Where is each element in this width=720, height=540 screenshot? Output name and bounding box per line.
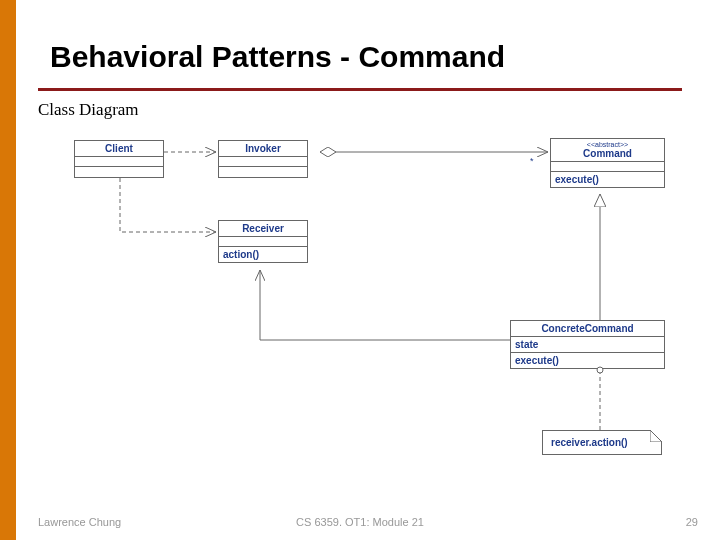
class-receiver-op: action() (219, 247, 307, 262)
title-underline (38, 88, 682, 91)
class-invoker-attrs (219, 157, 307, 167)
class-client-name: Client (75, 141, 163, 157)
class-invoker-ops (219, 167, 307, 177)
connectors: Command aggregation --> Receiver associa… (0, 0, 720, 540)
class-concrete: ConcreteCommand state execute() (510, 320, 665, 369)
class-concrete-name: ConcreteCommand (511, 321, 664, 337)
note-receiver-action: receiver.action() (542, 430, 662, 455)
class-concrete-op: execute() (511, 353, 664, 368)
class-receiver: Receiver action() (218, 220, 308, 263)
slide-subtitle: Class Diagram (38, 100, 139, 120)
class-concrete-attr: state (511, 337, 664, 353)
class-receiver-name: Receiver (219, 221, 307, 237)
class-client: Client (74, 140, 164, 178)
class-command-attrs (551, 162, 664, 172)
accent-sidebar (0, 0, 16, 540)
class-command: <<abstract>> Command execute() (550, 138, 665, 188)
class-command-head: <<abstract>> Command (551, 139, 664, 162)
note-text: receiver.action() (551, 437, 628, 448)
class-client-attrs (75, 157, 163, 167)
class-invoker: Invoker (218, 140, 308, 178)
footer-page: 29 (686, 516, 698, 528)
class-command-op: execute() (551, 172, 664, 187)
slide-title: Behavioral Patterns - Command (50, 40, 505, 74)
class-command-name: Command (583, 148, 632, 159)
class-receiver-attrs (219, 237, 307, 247)
note-fold-icon (650, 430, 662, 442)
class-command-stereo: <<abstract>> (554, 141, 661, 148)
class-client-ops (75, 167, 163, 177)
class-invoker-name: Invoker (219, 141, 307, 157)
footer-course: CS 6359. OT1: Module 21 (0, 516, 720, 528)
multiplicity-star: * (530, 156, 534, 166)
